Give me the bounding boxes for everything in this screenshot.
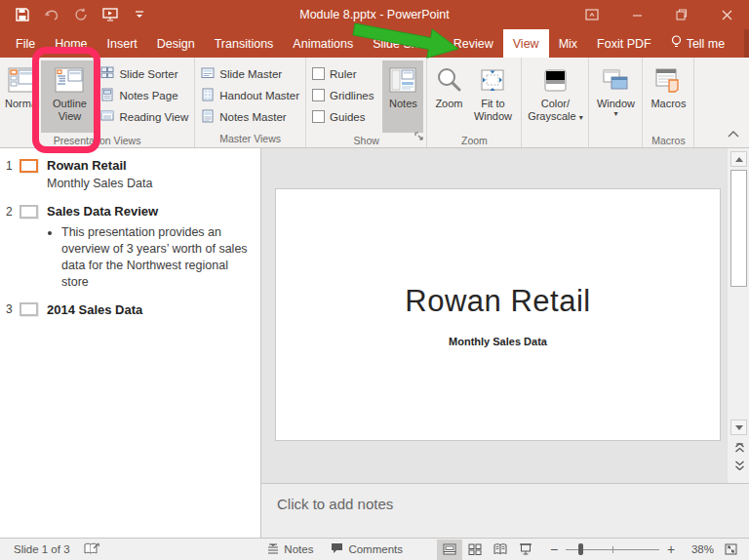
tab-design[interactable]: Design (147, 29, 205, 58)
notes-master-icon (201, 109, 215, 125)
group-label-show: Show (306, 133, 426, 147)
tab-home[interactable]: Home (45, 29, 97, 58)
macros-button[interactable]: Macros (646, 60, 690, 133)
ruler-checkbox[interactable]: Ruler (309, 65, 376, 82)
normal-view-button[interactable]: Normal (3, 60, 41, 133)
fit-to-window-button[interactable]: Fit to Window (467, 60, 518, 133)
color-grayscale-button[interactable]: Color/ Grayscale ▾ (525, 60, 585, 133)
zoom-button[interactable]: Zoom (430, 60, 467, 133)
slide-sorter-button[interactable]: Slide Sorter (98, 65, 191, 82)
guides-checkbox[interactable]: Guides (309, 108, 376, 125)
zoom-in-icon[interactable]: + (665, 541, 677, 557)
macros-icon (655, 64, 682, 96)
outline-slide-1-body[interactable]: Monthly Sales Data (47, 177, 260, 190)
redo-icon[interactable] (72, 6, 90, 23)
notes-page-button[interactable]: Notes Page (98, 87, 191, 103)
next-slide-icon[interactable] (731, 458, 747, 473)
reading-view-icon (100, 109, 114, 125)
window-button[interactable]: Window ▾ (592, 60, 639, 133)
window-controls (570, 0, 749, 29)
notes-master-button[interactable]: Notes Master (198, 108, 302, 125)
restore-icon[interactable] (659, 0, 704, 29)
outline-slide-1-title[interactable]: Rowan Retail (47, 158, 127, 173)
outline-slide-2-number: 2 (6, 205, 18, 219)
slideshow-shortcut-icon[interactable] (513, 540, 538, 560)
outline-slide-1-icon[interactable] (20, 159, 38, 173)
powerpoint-window: Module 8.pptx - PowerPoint (0, 0, 749, 560)
outline-slide-2-bullets[interactable]: This presentation provides an overview o… (61, 224, 256, 291)
comments-icon (331, 542, 343, 556)
zoom-percentage[interactable]: 38% (685, 543, 714, 555)
notes-placeholder[interactable]: Click to add notes (261, 484, 749, 512)
outline-slide-2-title[interactable]: Sales Data Review (47, 204, 158, 219)
zoom-magnifier-icon (435, 64, 462, 96)
group-show: Ruler Gridlines Guides Notes (306, 58, 427, 147)
outline-slide-3-icon[interactable] (20, 302, 38, 316)
fit-slide-to-window-icon[interactable] (718, 540, 743, 560)
outline-slide-3-title-row[interactable]: 3 2014 Sales Data (0, 302, 260, 317)
normal-view-icon (8, 64, 37, 96)
outline-slide-1-title-row[interactable]: 1 Rowan Retail (0, 158, 260, 173)
tab-review[interactable]: Review (444, 29, 503, 58)
lightbulb-icon (671, 35, 682, 52)
guides-checkbox-box[interactable] (312, 110, 325, 123)
zoom-slider[interactable] (566, 542, 659, 556)
group-master-views: Slide Master Handout Master Notes Master… (195, 58, 306, 147)
slide-indicator[interactable]: Slide 1 of 3 (14, 543, 70, 555)
close-icon[interactable] (704, 0, 749, 29)
handout-master-button[interactable]: Handout Master (198, 87, 302, 103)
reading-view-shortcut-icon[interactable] (488, 540, 513, 560)
notes-pane[interactable]: Click to add notes (261, 483, 749, 538)
tab-mix[interactable]: Mix (549, 29, 587, 58)
undo-icon[interactable] (43, 6, 60, 23)
reading-view-button[interactable]: Reading View (98, 108, 191, 125)
show-dialog-launcher-icon[interactable] (414, 127, 423, 144)
ribbon-display-options-icon[interactable] (570, 0, 614, 29)
notes-toggle[interactable]: Notes (258, 539, 322, 560)
tab-view[interactable]: View (503, 29, 549, 58)
outline-slide-2-bullet-1[interactable]: This presentation provides an overview o… (61, 224, 256, 291)
slide-title-text[interactable]: Rowan Retail (276, 284, 720, 319)
outline-pane[interactable]: 1 Rowan Retail Monthly Sales Data 2 Sale… (0, 148, 261, 538)
minimize-icon[interactable] (614, 0, 659, 29)
outline-view-button[interactable]: Outline View (41, 60, 98, 133)
slide-subtitle-text[interactable]: Monthly Sales Data (276, 336, 720, 347)
start-slideshow-icon[interactable] (101, 6, 119, 23)
outline-slide-2-title-row[interactable]: 2 Sales Data Review (0, 204, 260, 219)
tab-slide-show[interactable]: Slide Show (363, 29, 444, 58)
normal-view-shortcut-icon[interactable] (437, 540, 462, 560)
spellcheck-icon[interactable] (84, 542, 99, 557)
vertical-scrollbar[interactable] (727, 148, 749, 483)
tab-file[interactable]: File (6, 29, 45, 58)
outline-slide-3-number: 3 (6, 302, 18, 316)
collapse-ribbon-icon[interactable] (728, 124, 739, 141)
gridlines-checkbox[interactable]: Gridlines (309, 87, 376, 103)
handout-master-icon (201, 88, 215, 103)
scrollbar-thumb[interactable] (730, 170, 747, 287)
tab-transitions[interactable]: Transitions (205, 29, 284, 58)
tab-insert[interactable]: Insert (98, 29, 147, 58)
outline-slide-3-title[interactable]: 2014 Sales Data (47, 302, 142, 317)
tab-foxit-pdf[interactable]: Foxit PDF (587, 29, 661, 58)
scroll-down-icon[interactable] (730, 420, 747, 435)
slide-editor[interactable]: Rowan Retail Monthly Sales Data (275, 188, 721, 441)
save-icon[interactable] (14, 6, 31, 23)
slide-sorter-shortcut-icon[interactable] (462, 540, 488, 560)
scroll-up-icon[interactable] (730, 151, 747, 167)
tab-tell-me[interactable]: Tell me (661, 29, 735, 58)
status-bar: Slide 1 of 3 Notes Comments (0, 538, 749, 560)
outline-slide-2-icon[interactable] (20, 205, 38, 219)
tab-animations[interactable]: Animations (283, 29, 363, 58)
gridlines-checkbox-box[interactable] (312, 89, 325, 101)
tab-share[interactable]: Share (744, 29, 749, 58)
slide-master-button[interactable]: Slide Master (198, 65, 302, 82)
slide-sorter-icon (100, 66, 114, 82)
customize-qat-icon[interactable] (131, 6, 148, 23)
ruler-checkbox-box[interactable] (312, 67, 325, 80)
notes-button[interactable]: Notes (382, 60, 423, 133)
comments-toggle[interactable]: Comments (322, 539, 412, 560)
zoom-out-icon[interactable]: − (548, 541, 560, 557)
previous-slide-icon[interactable] (731, 440, 747, 456)
zoom-slider-handle[interactable] (578, 543, 583, 555)
group-window: Window ▾ (589, 58, 643, 147)
